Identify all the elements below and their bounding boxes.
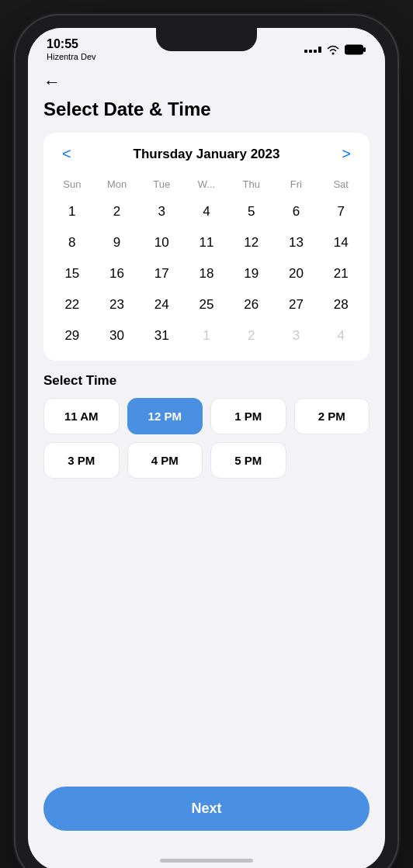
signal-icon: [304, 47, 321, 53]
time-3pm[interactable]: 3 PM: [43, 442, 120, 479]
phone-screen: 10:55 Hizentra Dev: [28, 28, 385, 868]
day-feb-3[interactable]: 3: [274, 320, 319, 351]
time-12pm[interactable]: 12 PM: [127, 398, 203, 434]
main-content: ← Select Date & Time < Thursday January …: [28, 64, 385, 771]
day-3[interactable]: 3: [139, 196, 184, 227]
day-5[interactable]: 5: [229, 196, 274, 227]
day-20[interactable]: 20: [274, 258, 319, 289]
time-4pm[interactable]: 4 PM: [127, 442, 203, 479]
day-12[interactable]: 12: [229, 227, 274, 258]
day-28[interactable]: 28: [318, 289, 363, 320]
day-11[interactable]: 11: [184, 227, 229, 258]
time-row-2: 3 PM 4 PM 5 PM: [43, 442, 370, 479]
day-25[interactable]: 25: [184, 289, 229, 320]
notch: [156, 28, 257, 51]
day-header-fri: Fri: [274, 175, 319, 196]
svg-rect-0: [345, 45, 363, 54]
day-31[interactable]: 31: [139, 320, 184, 351]
day-6[interactable]: 6: [274, 196, 319, 227]
day-8[interactable]: 8: [50, 227, 95, 258]
day-2[interactable]: 2: [95, 196, 140, 227]
day-27[interactable]: 27: [274, 289, 319, 320]
day-18[interactable]: 18: [184, 258, 229, 289]
day-header-thu: Thu: [229, 175, 274, 196]
status-icons: [304, 44, 366, 55]
day-header-wed: W...: [184, 175, 229, 196]
wifi-icon: [326, 44, 340, 55]
time-1pm[interactable]: 1 PM: [210, 398, 286, 434]
day-1[interactable]: 1: [50, 196, 95, 227]
time-2pm[interactable]: 2 PM: [294, 398, 370, 434]
back-arrow-icon: ←: [43, 72, 61, 92]
day-19[interactable]: 19: [229, 258, 274, 289]
day-30[interactable]: 30: [95, 320, 140, 351]
back-button[interactable]: ←: [43, 72, 61, 92]
home-bar: [160, 859, 253, 863]
select-time-section: Select Time 11 AM 12 PM 1 PM 2 PM 3 PM 4…: [43, 373, 370, 479]
day-9[interactable]: 9: [95, 227, 140, 258]
day-17[interactable]: 17: [139, 258, 184, 289]
next-button-container: Next: [28, 771, 385, 849]
calendar-grid: Sun Mon Tue W... Thu Fri Sat 1 2 3 4 5 6…: [50, 175, 363, 351]
day-feb-1[interactable]: 1: [184, 320, 229, 351]
battery-icon: [345, 44, 366, 55]
day-22[interactable]: 22: [50, 289, 95, 320]
day-header-sun: Sun: [50, 175, 95, 196]
day-23[interactable]: 23: [95, 289, 140, 320]
day-header-tue: Tue: [139, 175, 184, 196]
day-21[interactable]: 21: [318, 258, 363, 289]
day-13[interactable]: 13: [274, 227, 319, 258]
phone-frame: 10:55 Hizentra Dev: [16, 16, 397, 868]
calendar-prev-button[interactable]: <: [56, 142, 78, 166]
status-time: 10:55: [47, 37, 96, 51]
time-row-1: 11 AM 12 PM 1 PM 2 PM: [43, 398, 370, 434]
day-14[interactable]: 14: [318, 227, 363, 258]
calendar-next-button[interactable]: >: [335, 142, 357, 166]
day-4[interactable]: 4: [184, 196, 229, 227]
time-11am[interactable]: 11 AM: [43, 398, 120, 434]
time-5pm[interactable]: 5 PM: [210, 442, 286, 479]
calendar: < Thursday January 2023 > Sun Mon Tue W.…: [43, 133, 370, 361]
day-header-mon: Mon: [95, 175, 140, 196]
page-title: Select Date & Time: [43, 99, 370, 120]
day-26[interactable]: 26: [229, 289, 274, 320]
day-feb-4[interactable]: 4: [318, 320, 363, 351]
day-16[interactable]: 16: [95, 258, 140, 289]
calendar-month-year: Thursday January 2023: [134, 147, 280, 162]
day-24[interactable]: 24: [139, 289, 184, 320]
select-time-label: Select Time: [43, 373, 370, 389]
carrier-text: Hizentra Dev: [47, 52, 96, 61]
calendar-header: < Thursday January 2023 >: [50, 142, 363, 166]
day-15[interactable]: 15: [50, 258, 95, 289]
day-7[interactable]: 7: [318, 196, 363, 227]
svg-rect-1: [363, 47, 366, 52]
day-29[interactable]: 29: [50, 320, 95, 351]
home-indicator: [28, 849, 385, 868]
next-button[interactable]: Next: [43, 787, 370, 831]
day-header-sat: Sat: [318, 175, 363, 196]
day-feb-2[interactable]: 2: [229, 320, 274, 351]
day-10[interactable]: 10: [139, 227, 184, 258]
